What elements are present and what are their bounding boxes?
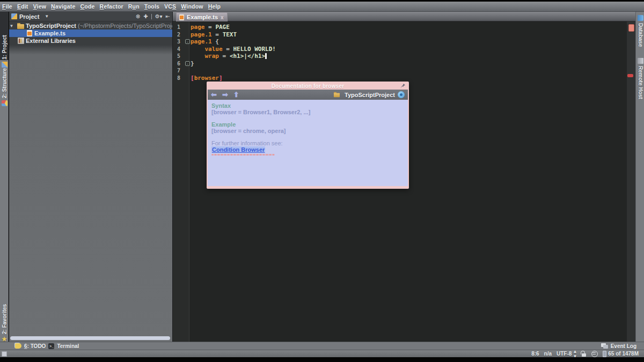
code-token-op bbox=[191, 53, 205, 60]
project-panel-header[interactable]: Project ▼ ⊗ ✚ ⚙▾ ⇤ bbox=[9, 12, 172, 21]
code-token-op: = bbox=[205, 24, 216, 31]
project-tool-window: Project ▼ ⊗ ✚ ⚙▾ ⇤ ▼TypoScriptProject (~… bbox=[9, 12, 173, 342]
tool-button-favorites[interactable]: ★2: Favorites bbox=[2, 304, 8, 342]
caret-position[interactable]: 8:6 bbox=[531, 351, 539, 357]
memory-indicator[interactable]: 65 of 1478M bbox=[603, 351, 639, 357]
expander-icon[interactable]: ▼ bbox=[9, 24, 14, 28]
tool-button-terminal[interactable]: >_Terminal bbox=[48, 343, 79, 349]
remote-host-icon bbox=[638, 58, 643, 64]
menu-help[interactable]: Help bbox=[208, 3, 221, 10]
error-indicator-icon[interactable] bbox=[628, 24, 634, 32]
tool-button-remote-host[interactable]: Remote Host bbox=[638, 58, 643, 99]
menu-tools[interactable]: Tools bbox=[144, 3, 159, 10]
code-line-2: page.1 = TEXT bbox=[191, 31, 237, 38]
menu-file[interactable]: File bbox=[2, 3, 12, 10]
line-number: 1 bbox=[173, 24, 180, 30]
status-bar: 8:6 n/a UTF-8 ▲▼ 65 of 1478M bbox=[0, 350, 644, 357]
toolwindow-toggle-icon[interactable] bbox=[2, 351, 7, 357]
project-horizontal-scrollbar[interactable] bbox=[10, 336, 170, 340]
lock-icon[interactable] bbox=[581, 351, 587, 357]
doc-spacer bbox=[211, 115, 404, 121]
phpstorm-window: FileEditViewNavigateCodeRefactorRunTools… bbox=[0, 0, 644, 362]
code-token-val: HELLO WORLD! bbox=[233, 46, 276, 53]
tab-close-icon[interactable]: x bbox=[221, 14, 224, 20]
code-line-4: value = HELLO WORLD! bbox=[191, 46, 276, 53]
tool-button-event-log[interactable]: Event Log bbox=[601, 343, 636, 349]
left-tool-stripe: 1: Project2: Structure★2: Favorites bbox=[0, 12, 9, 342]
menu-view[interactable]: View bbox=[33, 3, 47, 10]
encoding-label: UTF-8 bbox=[557, 351, 572, 357]
fold-marker-icon[interactable]: - bbox=[185, 39, 190, 44]
typoscript-file-icon bbox=[179, 14, 184, 20]
letterbox-bottom bbox=[0, 357, 644, 362]
doc-settings-gear-icon[interactable] bbox=[398, 91, 405, 98]
project-icon bbox=[2, 62, 8, 68]
back-arrow-icon[interactable]: ⬅ bbox=[211, 91, 217, 98]
code-line-1: page = PAGE bbox=[191, 24, 230, 31]
chevron-down-icon[interactable]: ▼ bbox=[45, 14, 49, 19]
tool-button-structure[interactable]: 2: Structure bbox=[2, 68, 8, 106]
hide-panel-icon[interactable]: ⇤ bbox=[166, 13, 170, 19]
tool-button-6-todo[interactable]: 6: TODO bbox=[15, 343, 46, 349]
error-stripe-mark[interactable] bbox=[627, 74, 633, 77]
doc-text-head: Example bbox=[211, 121, 404, 128]
menu-run[interactable]: Run bbox=[128, 3, 140, 10]
library-icon bbox=[18, 38, 24, 44]
menu-bar: FileEditViewNavigateCodeRefactorRunTools… bbox=[0, 2, 644, 12]
menu-code[interactable]: Code bbox=[80, 3, 95, 10]
tree-row-typoscriptproject[interactable]: ▼TypoScriptProject (~/PhpstormProjects/T… bbox=[9, 22, 172, 29]
todo-icon bbox=[15, 343, 21, 349]
event-log-icon bbox=[601, 343, 608, 349]
forward-arrow-icon[interactable]: ➡ bbox=[222, 91, 228, 98]
scroll-to-source-icon[interactable]: ✚ bbox=[143, 13, 148, 19]
code-token-brk: ] bbox=[219, 75, 223, 82]
editor-area[interactable]: 123-456-78 page = PAGEpage.1 = TEXTpage.… bbox=[173, 21, 627, 342]
menu-refactor[interactable]: Refactor bbox=[100, 3, 123, 10]
editor-tab-bar: Example.ts x bbox=[173, 12, 635, 21]
editor-marker-bar[interactable] bbox=[627, 21, 635, 342]
up-arrow-icon[interactable]: ⬆ bbox=[233, 91, 239, 98]
memory-bar bbox=[603, 351, 606, 357]
doc-popup-toolbar: ⬅ ➡ ⬆ TypoScriptProject bbox=[208, 90, 408, 100]
doc-popup-content: Syntax[browser = Browser1, Browser2, ...… bbox=[208, 100, 408, 186]
line-separator[interactable]: n/a bbox=[544, 351, 552, 357]
tree-row-external-libraries[interactable]: External Libraries bbox=[9, 37, 172, 45]
code-token-op: } bbox=[191, 60, 194, 67]
code-token-key: page.1 bbox=[191, 31, 212, 38]
code-token-op bbox=[191, 46, 205, 53]
documentation-popup: Documentation for browser ⬅ ➡ ⬆ TypoScri… bbox=[207, 82, 409, 189]
pin-icon[interactable] bbox=[400, 83, 406, 88]
line-number: 8 bbox=[173, 75, 180, 81]
doc-project-label: TypoScriptProject bbox=[345, 92, 395, 98]
menu-navigate[interactable]: Navigate bbox=[51, 3, 75, 10]
memory-label: 65 of 1478M bbox=[608, 351, 639, 357]
menu-window[interactable]: Window bbox=[181, 3, 203, 10]
tree-row-example-ts[interactable]: Example.ts bbox=[9, 29, 172, 37]
doc-text-head: Syntax bbox=[211, 102, 404, 109]
tool-button-project[interactable]: 1: Project bbox=[2, 35, 8, 68]
hector-inspections-icon[interactable] bbox=[591, 351, 598, 357]
main-area: 1: Project2: Structure★2: Favorites Proj… bbox=[0, 12, 644, 342]
settings-gear-icon[interactable]: ⚙▾ bbox=[155, 13, 163, 19]
terminal-icon: >_ bbox=[48, 343, 54, 349]
code-token-op: = bbox=[212, 31, 223, 38]
code-token-key: page.1 bbox=[191, 38, 212, 45]
menu-vcs[interactable]: VCS bbox=[164, 3, 176, 10]
project-panel-title: Project bbox=[19, 13, 39, 20]
doc-popup-title: Documentation for browser bbox=[272, 83, 345, 89]
menu-edit[interactable]: Edit bbox=[17, 3, 28, 10]
text-caret bbox=[265, 53, 267, 59]
tool-button-database[interactable]: Database bbox=[638, 15, 643, 47]
line-number: 2 bbox=[173, 32, 180, 38]
collapse-all-icon[interactable]: ⊗ bbox=[136, 13, 140, 19]
code-token-op: = bbox=[219, 53, 230, 60]
doc-link-condition-browser[interactable]: Condition Browser bbox=[211, 146, 265, 153]
doc-popup-title-bar[interactable]: Documentation for browser bbox=[208, 82, 408, 90]
code-token-val: <h1>|</h1> bbox=[230, 53, 265, 60]
line-number: 6 bbox=[173, 61, 180, 67]
toolbar-divider bbox=[151, 14, 152, 19]
fold-marker-icon[interactable]: - bbox=[185, 61, 190, 66]
tree-item-name: Example.ts bbox=[34, 30, 65, 36]
tab-example-ts[interactable]: Example.ts x bbox=[176, 12, 228, 21]
code-token-val: PAGE bbox=[215, 24, 230, 31]
